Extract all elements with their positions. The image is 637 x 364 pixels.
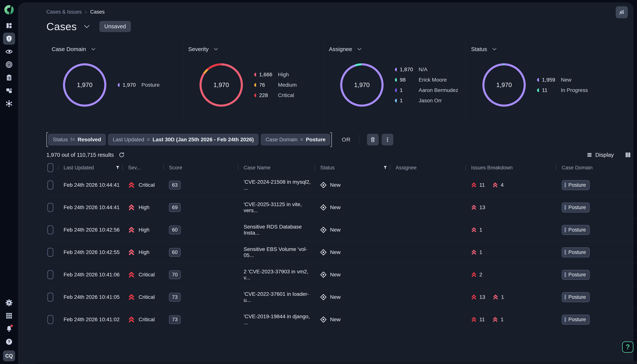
legend-item[interactable]: 1,970 Posture: [118, 82, 160, 88]
chart-title-dropdown[interactable]: Status: [471, 46, 496, 52]
cell-severity: Critical: [122, 294, 163, 300]
legend-item[interactable]: 228 Critical: [254, 92, 297, 98]
legend-item[interactable]: 1,959 New: [537, 77, 588, 83]
legend-item[interactable]: 1,870 N/A: [395, 66, 458, 72]
table-row[interactable]: Feb 24th 2026 10:44:41 High 69 'CVE-2025…: [46, 196, 637, 219]
sidebar-item-compliance[interactable]: [3, 72, 15, 84]
row-checkbox[interactable]: [47, 315, 53, 324]
donut-chart[interactable]: 1,970: [482, 63, 526, 107]
cell-case-domain: Posture: [556, 270, 637, 280]
column-header-last-updated[interactable]: Last Updated: [58, 162, 122, 174]
filter-or-label: OR: [342, 136, 351, 143]
issue-count-high: 1: [493, 294, 504, 300]
chart-title-dropdown[interactable]: Case Domain: [52, 46, 95, 52]
filter-chip[interactable]: Status != Resolved: [48, 134, 106, 146]
sidebar-item-attack-paths[interactable]: [3, 58, 15, 71]
column-header-case-name[interactable]: Case Name: [238, 162, 314, 174]
legend-item[interactable]: 1 Jason Orr: [395, 98, 458, 104]
cell-last-updated: Feb 24th 2026 10:44:41: [58, 204, 122, 210]
sidebar-item-dashboard[interactable]: [3, 20, 15, 32]
notifications-muted-button[interactable]: [616, 6, 628, 18]
user-avatar[interactable]: CQ: [3, 350, 15, 361]
donut-chart[interactable]: 1,970: [340, 63, 384, 107]
donut-chart[interactable]: 1,970: [63, 63, 106, 107]
row-checkbox[interactable]: [47, 292, 53, 302]
cell-case-name[interactable]: Sensitive RDS Database Insta...: [238, 224, 314, 236]
row-select-cell: [46, 292, 58, 302]
clipboard-list-icon: [5, 74, 13, 82]
donut-hole: 1,970: [484, 66, 524, 104]
filter-chip[interactable]: Last Updated = Last 30D (Jan 25th 2026 -…: [108, 134, 258, 146]
cell-issues-breakdown: 13: [465, 204, 556, 210]
table-row[interactable]: Feb 24th 2026 10:42:55 High 60 Sensitive…: [46, 241, 637, 264]
title-chevron-down-icon[interactable]: [84, 25, 90, 28]
column-separator: [390, 165, 390, 170]
cell-case-name[interactable]: 'CVE-2019-19844 in django, ...: [238, 314, 314, 326]
cell-case-name[interactable]: Sensitive EBS Volume 'vol-05...: [238, 246, 314, 258]
apps-grid-button[interactable]: [3, 310, 15, 322]
column-header-assignee[interactable]: Assignee: [390, 162, 465, 174]
breadcrumb-cases[interactable]: Cases: [90, 9, 105, 15]
chart-legend: 1,666 High 76 Medium 228 Critical: [254, 63, 297, 107]
help-circle-icon: ?: [5, 338, 13, 346]
settings-button[interactable]: [3, 297, 15, 309]
table-row[interactable]: Feb 24th 2026 10:44:41 Critical 63 'CVE-…: [46, 174, 637, 196]
cell-case-domain: Posture: [556, 225, 637, 235]
column-header-issues-breakdown[interactable]: Issues Breakdown: [465, 162, 556, 174]
breadcrumb-separator: ›: [85, 9, 87, 15]
column-header-status[interactable]: Status: [314, 162, 390, 174]
donut-chart[interactable]: 1,970: [199, 63, 243, 107]
column-header-score[interactable]: Score: [163, 162, 238, 174]
breadcrumb-cases-issues[interactable]: Cases & Issues: [46, 9, 82, 15]
issue-count-high: 1: [492, 316, 504, 322]
column-header-sev-[interactable]: Sev...: [122, 162, 163, 174]
orca-logo-icon[interactable]: [4, 5, 14, 15]
help-menu-button[interactable]: ?: [3, 336, 15, 348]
shield-alert-icon: [5, 35, 13, 42]
cell-case-name[interactable]: 'CVE-2025-31125 in vite, vers...: [238, 202, 314, 214]
table-row[interactable]: Feb 24th 2026 10:41:05 Critical 73 'CVE-…: [46, 286, 637, 308]
refresh-button[interactable]: [119, 152, 125, 158]
chart-title-dropdown[interactable]: Assignee: [329, 46, 362, 52]
sidebar-item-cases[interactable]: [3, 32, 15, 45]
delete-filters-button[interactable]: [367, 134, 379, 146]
table-row[interactable]: Feb 24th 2026 10:41:02 Critical 73 'CVE-…: [46, 308, 637, 331]
select-all-checkbox[interactable]: [47, 163, 53, 172]
chart-title-dropdown[interactable]: Severity: [188, 46, 218, 52]
columns-button[interactable]: [625, 152, 631, 158]
sidebar-item-threats[interactable]: [3, 98, 15, 110]
table-row[interactable]: Feb 24th 2026 10:42:56 High 60 Sensitive…: [46, 219, 637, 241]
row-checkbox[interactable]: [47, 225, 53, 234]
sidebar-item-inventory[interactable]: [3, 84, 15, 97]
legend-item[interactable]: 1,666 High: [254, 72, 297, 78]
cell-score: 73: [163, 315, 238, 324]
help-button[interactable]: ?: [622, 342, 633, 353]
row-checkbox[interactable]: [47, 203, 53, 212]
filter-more-options-button[interactable]: [382, 134, 393, 146]
sidebar-item-discovery[interactable]: [3, 46, 15, 58]
column-header-case-domain[interactable]: Case Domain: [556, 162, 637, 174]
cell-case-name[interactable]: 'CVE-2022-37601 in loader-u...: [238, 291, 314, 303]
legend-value: 1,870: [400, 66, 419, 72]
legend-item[interactable]: 1 Aaron Bermudez: [395, 87, 458, 93]
case-domain-badge: Posture: [562, 315, 590, 324]
legend-item[interactable]: 76 Medium: [254, 82, 297, 88]
row-checkbox[interactable]: [47, 270, 53, 279]
cell-case-name[interactable]: 2 'CVE-2023-37903 in vm2, v...: [238, 269, 314, 281]
chart-section-severity: Severity1,970 1,666 High 76 Medium 228 C…: [183, 42, 324, 125]
cell-status: New: [314, 204, 390, 211]
row-checkbox[interactable]: [47, 248, 53, 257]
cell-case-name[interactable]: 'CVE-2024-21508 in mysql2, ...: [238, 179, 314, 191]
status-new-icon: [320, 272, 327, 278]
cell-score: 70: [163, 270, 238, 279]
legend-item[interactable]: 11 In Progress: [537, 87, 588, 93]
notifications-button[interactable]: [3, 323, 15, 335]
legend-item[interactable]: 98 Erick Moore: [395, 77, 458, 83]
table-row[interactable]: Feb 24th 2026 10:41:06 Critical 70 2 'CV…: [46, 264, 637, 286]
filter-chip[interactable]: Case Domain = Posture: [261, 134, 330, 146]
cell-score: 73: [163, 293, 238, 302]
display-button[interactable]: Display: [587, 152, 614, 158]
filter-funnel-icon[interactable]: [116, 166, 120, 170]
filter-funnel-icon[interactable]: [383, 166, 387, 170]
row-checkbox[interactable]: [47, 180, 53, 190]
